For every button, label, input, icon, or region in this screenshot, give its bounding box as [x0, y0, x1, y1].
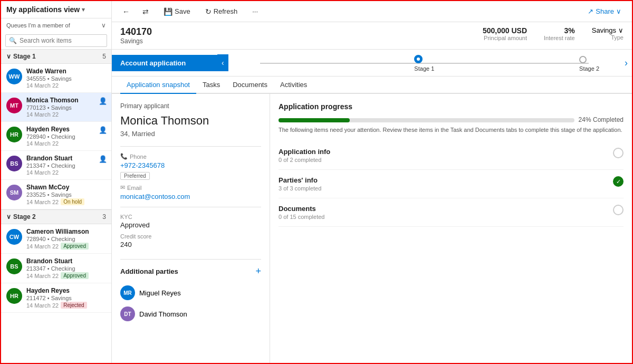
progress-bar-outer [279, 118, 574, 122]
sidebar-title-chevron: ▾ [82, 6, 85, 13]
checklist-item: Application info 0 of 2 completed [279, 141, 624, 170]
stage1-label-text: Stage 1 [13, 53, 36, 60]
preferred-badge: Preferred [120, 172, 150, 180]
credit-value: 240 [120, 241, 261, 248]
share-button[interactable]: ↗ Share ∨ [583, 5, 626, 17]
queues-header: Queues I'm a member of ∨ [1, 18, 111, 32]
progress-pct: 24% Completed [579, 116, 624, 123]
share-chevron: ∨ [616, 7, 621, 15]
check-circle [613, 205, 624, 215]
progress-note: The following items need your attention.… [279, 127, 624, 133]
email-value[interactable]: monicat@contoso.com [120, 193, 261, 200]
stage1-header[interactable]: ∨ Stage 1 5 [1, 49, 111, 64]
stage2-dot-container: Stage 2 [579, 56, 599, 72]
party-name: Miguel Reyes [139, 289, 181, 297]
party-item: DT David Thomson [120, 303, 261, 324]
stage2-dot [579, 56, 587, 63]
stage1-chevron: ∨ [6, 53, 11, 60]
list-item[interactable]: WW Wade Warren 345555 • Savings 14 March… [1, 64, 111, 93]
stage1-dot-inner [417, 58, 420, 61]
phone-label: 📞 Phone [120, 153, 261, 160]
check-circle-done: ✓ [613, 176, 624, 187]
avatar: BS [6, 258, 22, 274]
right-panel: Application progress 24% Completed The f… [270, 94, 632, 363]
section-title: Primary applicant [120, 102, 261, 110]
save-button[interactable]: 💾 Save [159, 5, 195, 18]
stage1-dot-container: Stage 1 [414, 55, 434, 72]
refresh-nav-button[interactable]: ⇄ [138, 5, 153, 18]
progress-bar-inner [279, 118, 350, 122]
principal-label: Principal amount [483, 35, 527, 41]
checklist-item: Documents 0 of 15 completed [279, 198, 624, 227]
more-icon: ··· [252, 7, 258, 15]
refresh-button[interactable]: ↻ Refresh [201, 5, 242, 18]
stage1-label: Stage 1 [414, 65, 434, 72]
sidebar-header: My applications view ▾ [1, 1, 111, 18]
credit-label: Credit score [120, 233, 261, 240]
tab-activities[interactable]: Activities [274, 76, 313, 94]
progress-title: Application progress [279, 102, 624, 111]
avatar: WW [6, 69, 22, 84]
additional-parties-section: Additional parties + MR Miguel Reyes DT … [120, 266, 261, 324]
list-item[interactable]: SM Shawn McCoy 233525 • Savings 14 March… [1, 180, 111, 209]
record-fields: 500,000 USD Principal amount 3% Interest… [483, 26, 624, 41]
applicant-details: 34, Married [120, 130, 261, 138]
tab-documents[interactable]: Documents [226, 76, 274, 94]
person-icon: 👤 [99, 126, 107, 134]
topbar: ← ⇄ 💾 Save ↻ Refresh ··· ↗ Share ∨ [112, 1, 632, 22]
item-info: Hayden Reyes 728940 • Checking 14 March … [26, 126, 106, 147]
list-item[interactable]: BS Brandon Stuart 213347 • Checking 14 M… [1, 254, 111, 283]
item-info: Hayden Reyes 211472 • Savings 14 March 2… [26, 287, 106, 309]
record-field-interest: 3% Interest rate [544, 26, 575, 41]
stage2-label: ∨ Stage 2 [6, 213, 36, 221]
back-icon: ← [122, 7, 130, 16]
list-item[interactable]: HR Hayden Reyes 211472 • Savings 14 Marc… [1, 283, 111, 313]
avatar: CW [6, 229, 22, 245]
record-id: 140170 [120, 26, 152, 37]
back-button[interactable]: ← [118, 5, 134, 18]
add-party-button[interactable]: + [255, 266, 261, 277]
share-label: Share [596, 7, 614, 15]
tab-application-snapshot[interactable]: Application snapshot [120, 76, 196, 94]
sidebar-title[interactable]: My applications view ▾ [6, 5, 85, 14]
party-avatar: MR [120, 285, 135, 300]
tab-tasks[interactable]: Tasks [196, 76, 226, 94]
stage2-label: Stage 2 [579, 65, 599, 72]
stage1-label: ∨ Stage 1 [6, 53, 36, 60]
content-area: Primary applicant Monica Thomson 34, Mar… [112, 94, 632, 363]
stage-bar-next[interactable]: › [620, 53, 632, 73]
search-input[interactable] [5, 34, 107, 47]
check-circle [613, 148, 624, 158]
record-field-type: Savings ∨ Type [592, 26, 624, 41]
queues-chevron[interactable]: ∨ [101, 22, 106, 29]
kyc-label: KYC [120, 214, 261, 220]
record-header: 140170 Savings 500,000 USD Principal amo… [112, 22, 632, 50]
more-button[interactable]: ··· [248, 5, 262, 17]
avatar: HR [6, 288, 22, 304]
item-info: Cameron Williamson 728940 • Checking 14 … [26, 228, 106, 250]
avatar: SM [6, 185, 22, 200]
progress-section: Application progress 24% Completed The f… [279, 102, 624, 227]
list-item[interactable]: HR Hayden Reyes 728940 • Checking 14 Mar… [1, 122, 111, 151]
topbar-nav: ← ⇄ [118, 5, 153, 18]
stage-bar-prev[interactable]: ‹ [217, 54, 228, 71]
search-icon: 🔍 [9, 37, 17, 44]
stage-bar-active-label: Account application [120, 59, 186, 67]
savings-dropdown[interactable]: Savings ∨ [592, 26, 624, 34]
stage-bar-active: Account application [112, 55, 217, 71]
additional-title: Additional parties [120, 267, 178, 275]
savings-label: Type [592, 34, 624, 41]
list-item[interactable]: CW Cameron Williamson 728940 • Checking … [1, 224, 111, 254]
record-type: Savings [120, 37, 152, 45]
queues-label: Queues I'm a member of [6, 22, 70, 28]
savings-chevron: ∨ [618, 26, 624, 34]
checklist-left: Documents 0 of 15 completed [279, 205, 324, 220]
list-item[interactable]: BS Brandon Stuart 213347 • Checking 14 M… [1, 151, 111, 180]
refresh-icon: ↻ [205, 7, 212, 16]
share-icon: ↗ [588, 7, 593, 15]
list-item[interactable]: MT Monica Thomson 770123 • Savings 14 Ma… [1, 93, 111, 122]
stage2-header[interactable]: ∨ Stage 2 3 [1, 209, 111, 224]
save-icon: 💾 [164, 7, 172, 16]
phone-value[interactable]: +972-2345678 [120, 161, 261, 169]
tabs: Application snapshot Tasks Documents Act… [112, 76, 632, 94]
